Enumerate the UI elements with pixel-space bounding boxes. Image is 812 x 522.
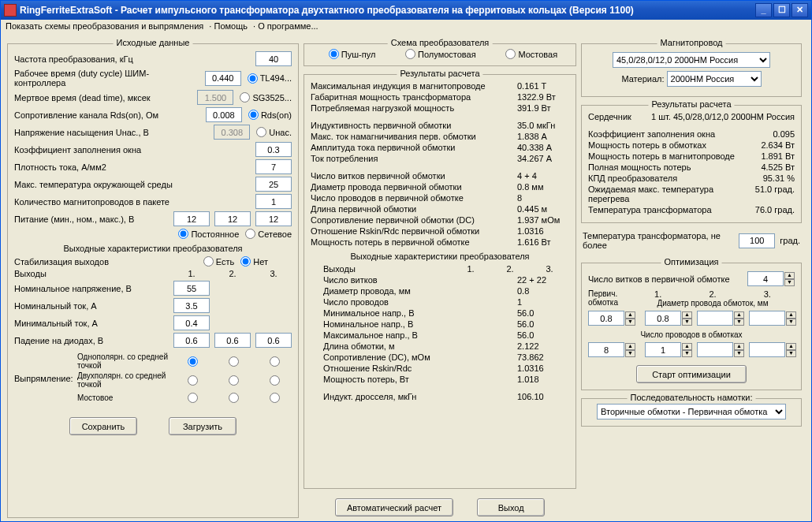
spin-up-icon[interactable]: ▲ [682, 311, 692, 319]
rect-c-2-radio[interactable] [229, 393, 239, 403]
supply-nom-input[interactable] [214, 211, 251, 226]
res2-ptot-value: 4.525 Вт [747, 162, 795, 172]
spin-down-icon[interactable]: ▼ [625, 319, 635, 326]
app-icon [4, 4, 17, 17]
supply-label: Питание (мин., ном., макс.), В [14, 214, 173, 224]
close-button[interactable]: ✕ [792, 3, 808, 17]
rect-a-2-radio[interactable] [229, 356, 239, 367]
res-primL-value: 35.0 мкГн [517, 121, 569, 130]
material-select[interactable]: 2000НМ Россия [667, 71, 762, 87]
menubar: Показать схемы преобразования и выпрямле… [1, 20, 811, 35]
rds-radio[interactable]: Rds(on) [248, 110, 292, 120]
menu-show-schemes[interactable]: Показать схемы преобразования и выпрямле… [6, 21, 203, 31]
rect-b-3-radio[interactable] [270, 375, 280, 386]
spin-up-icon[interactable]: ▲ [786, 343, 796, 350]
spin-up-icon[interactable]: ▲ [625, 311, 635, 319]
save-button[interactable]: Сохранить [69, 417, 137, 435]
duty-input[interactable] [205, 71, 241, 86]
res-primRskin-label: Отношение Rskin/Rdc первичной обмотки [311, 226, 517, 236]
spin-down-icon[interactable]: ▼ [734, 319, 744, 326]
spin-up-icon[interactable]: ▲ [734, 343, 744, 350]
supply-min-input[interactable] [173, 211, 210, 226]
results2-group: Результаты расчета Сердечник1 шт. 45,0/2… [581, 105, 802, 223]
out-turns-label: Число витков [311, 275, 517, 285]
supply-dc-radio[interactable]: Постоянное [178, 229, 239, 239]
rect-c-label: Мостовое [77, 393, 173, 402]
rect-a-1-radio[interactable] [188, 356, 198, 367]
freq-input[interactable] [255, 51, 292, 66]
maximize-button[interactable]: ☐ [773, 3, 790, 17]
rds-input[interactable] [206, 107, 242, 122]
calc-results-legend: Результаты расчета [397, 69, 482, 78]
res2-ttrans-value: 76.0 град. [747, 205, 795, 214]
res2-eff-label: КПД преобразователя [588, 173, 747, 183]
menu-help[interactable]: Помощь [214, 21, 248, 31]
tamb-input[interactable] [255, 177, 292, 192]
rect-c-1-radio[interactable] [188, 393, 198, 403]
opt-d2-input[interactable] [697, 311, 733, 326]
spin-up-icon[interactable]: ▲ [784, 272, 795, 279]
minimize-button[interactable]: _ [755, 3, 772, 17]
imin-label: Минимальный ток, А [14, 319, 173, 328]
res-primD-value: 0.8 мм [517, 182, 569, 192]
jamm-input[interactable] [255, 159, 292, 174]
spin-up-icon[interactable]: ▲ [682, 343, 692, 350]
spin-up-icon[interactable]: ▲ [786, 311, 796, 319]
opt-d0-input[interactable] [588, 311, 624, 326]
menu-about[interactable]: О программе... [258, 21, 318, 31]
spin-down-icon[interactable]: ▼ [625, 350, 635, 357]
uhac-input [214, 125, 250, 140]
uhac-radio[interactable]: Uнас. [256, 127, 292, 137]
rect-a-3-radio[interactable] [270, 356, 280, 367]
auto-calc-button[interactable]: Автоматический расчет [335, 498, 453, 516]
imin-1-input[interactable] [173, 315, 210, 330]
spin-down-icon[interactable]: ▼ [682, 319, 692, 326]
spin-up-icon[interactable]: ▲ [625, 343, 635, 350]
spin-down-icon[interactable]: ▼ [786, 319, 796, 326]
out-vnom-label: Номинальное напр., В [311, 319, 517, 329]
spin-up-icon[interactable]: ▲ [734, 311, 744, 319]
out-wires-label: Число проводов [311, 297, 517, 307]
opt-d3-input[interactable] [749, 311, 785, 326]
vdrop-2-input[interactable] [214, 333, 251, 348]
tmax-input[interactable] [739, 233, 775, 248]
stab-yes-radio[interactable]: Есть [203, 256, 234, 267]
opt-d1-input[interactable] [645, 311, 681, 326]
opt-n1-input[interactable] [645, 342, 681, 357]
start-optimization-button[interactable]: Старт оптимизации [636, 365, 747, 383]
load-button[interactable]: Загрузить [169, 417, 237, 435]
halfbridge-radio[interactable]: Полумостовая [405, 49, 476, 59]
opt-turns-input[interactable] [747, 271, 784, 286]
res-powercap-label: Габаритная мощность трансформатора [311, 92, 517, 102]
opt-n2-input[interactable] [697, 342, 733, 357]
vnom-1-input[interactable] [173, 281, 210, 296]
rect-c-3-radio[interactable] [270, 393, 280, 403]
ncores-input[interactable] [255, 194, 292, 209]
core-size-select[interactable]: 45,0/28,0/12,0 2000НМ Россия [613, 52, 770, 68]
kfill-input[interactable] [255, 142, 292, 157]
spin-down-icon[interactable]: ▼ [734, 350, 744, 357]
opt-n0-input[interactable] [588, 342, 624, 357]
opt-n3-input[interactable] [749, 342, 785, 357]
exit-button[interactable]: Выход [477, 498, 545, 516]
winding-sequence-select[interactable]: Вторичные обмотки - Первичная обмотка [597, 404, 786, 419]
supply-ac-radio[interactable]: Сетевое [245, 229, 292, 239]
fullbridge-radio[interactable]: Мостовая [505, 49, 557, 59]
spin-down-icon[interactable]: ▼ [786, 350, 796, 357]
stab-no-radio[interactable]: Нет [240, 256, 268, 267]
supply-max-input[interactable] [255, 211, 292, 226]
vdrop-3-input[interactable] [255, 333, 292, 348]
rect-b-2-radio[interactable] [229, 375, 239, 386]
dead-sg3525-radio[interactable]: SG3525... [240, 92, 292, 103]
spin-down-icon[interactable]: ▼ [784, 279, 795, 286]
spin-down-icon[interactable]: ▼ [682, 350, 692, 357]
opt-c1: 1. [654, 289, 661, 299]
vdrop-1-input[interactable] [173, 333, 210, 348]
duty-tl494-radio[interactable]: TL494... [248, 73, 292, 84]
rect-b-1-radio[interactable] [188, 375, 198, 386]
inom-1-input[interactable] [173, 298, 210, 313]
stab-label: Стабилизация выходов [14, 257, 197, 267]
pushpull-radio[interactable]: Пуш-пул [329, 49, 376, 59]
res2-trise-label: Ожидаемая макс. температура перегрева [588, 185, 747, 203]
rect-label: Выпрямление: [14, 374, 77, 383]
